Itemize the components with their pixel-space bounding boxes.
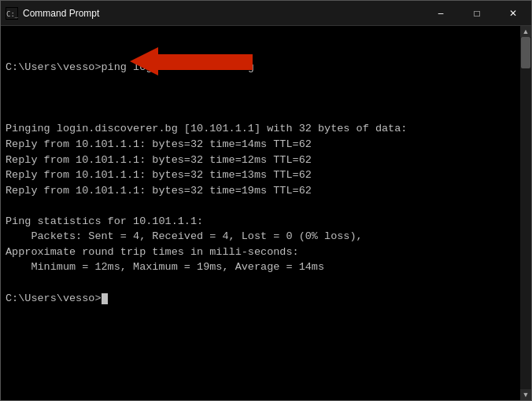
terminal-times: Minimum = 12ms, Maximum = 19ms, Average … [6, 261, 324, 273]
terminal-line-pinging: Pinging login.discoverer.bg [10.101.1.1]… [6, 123, 407, 134]
terminal-stats-header: Ping statistics for 10.101.1.1: [6, 215, 203, 227]
terminal-output[interactable]: C:\Users\vesso>ping login.discoverer.bg … [1, 26, 520, 400]
window-title: Command Prompt [23, 8, 99, 19]
minimize-button[interactable]: – [423, 1, 459, 26]
terminal-reply-1: Reply from 10.101.1.1: bytes=32 time=14m… [6, 138, 312, 150]
scrollbar-up-button[interactable]: ▲ [520, 26, 531, 37]
titlebar-left: C:_ Command Prompt [6, 7, 99, 20]
cmd-icon: C:_ [6, 7, 18, 20]
close-button[interactable]: ✕ [495, 1, 531, 26]
scrollbar[interactable]: ▲ ▼ [520, 26, 531, 400]
scrollbar-thumb[interactable] [521, 37, 530, 68]
terminal-packets: Packets: Sent = 4, Received = 4, Lost = … [6, 230, 363, 242]
terminal-line-command: C:\Users\vesso>ping login.discoverer.bg [6, 61, 254, 73]
svg-text:C:_: C:_ [6, 10, 18, 18]
terminal-reply-4: Reply from 10.101.1.1: bytes=32 time=19m… [6, 185, 312, 197]
titlebar: C:_ Command Prompt – □ ✕ [1, 1, 531, 26]
titlebar-controls: – □ ✕ [423, 1, 531, 25]
scrollbar-track[interactable] [520, 37, 531, 389]
terminal-reply-2: Reply from 10.101.1.1: bytes=32 time=12m… [6, 154, 312, 166]
command-prompt-window: C:_ Command Prompt – □ ✕ C:\Users\vesso>… [0, 0, 532, 401]
window-body: C:\Users\vesso>ping login.discoverer.bg … [1, 26, 531, 400]
scrollbar-down-button[interactable]: ▼ [520, 389, 531, 400]
terminal-approx: Approximate round trip times in milli-se… [6, 246, 299, 258]
maximize-button[interactable]: □ [459, 1, 495, 26]
cursor-blink [102, 293, 108, 304]
terminal-prompt-final: C:\Users\vesso> [6, 292, 102, 304]
terminal-reply-3: Reply from 10.101.1.1: bytes=32 time=13m… [6, 169, 312, 181]
